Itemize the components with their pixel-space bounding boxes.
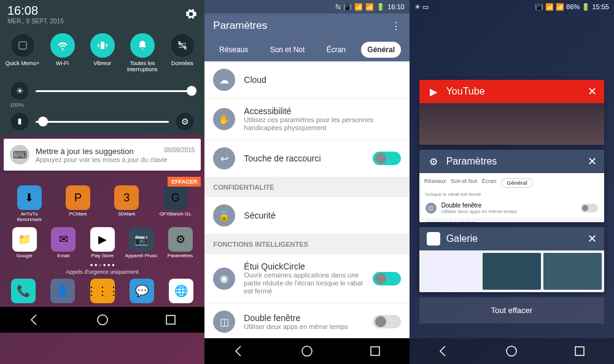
recent-card-gallery[interactable]: 🖼 Galerie ✕ bbox=[419, 227, 604, 292]
qs-data[interactable]: Données bbox=[164, 33, 201, 72]
app-gfxbench[interactable]: GGFXBench GL bbox=[158, 185, 193, 222]
section-smart: FONCTIONS INTELLIGENTES bbox=[204, 234, 409, 254]
item-quickcircle[interactable]: ◉ Étui QuickCircleOuvrir certaines appli… bbox=[204, 254, 409, 303]
settings-list[interactable]: ☁ Cloud ✋ AccessibilitéUtilisez ces para… bbox=[204, 61, 409, 341]
close-icon[interactable]: ✕ bbox=[588, 232, 597, 246]
overflow-menu-icon[interactable]: ⋮ bbox=[391, 20, 401, 32]
svg-point-3 bbox=[98, 315, 107, 325]
status-time: 15:55 bbox=[592, 3, 609, 10]
quick-settings-row: Quick Memo+ Wi-Fi Vibreur Toutes les int… bbox=[0, 28, 204, 77]
signal-icon: 📶 bbox=[556, 3, 564, 10]
notification-date: 08/09/2015 bbox=[164, 147, 195, 156]
status-bar: ℕ 📳 📶 📶 🔋 16:10 bbox=[204, 0, 409, 14]
settings-tabs: Réseaux Son et Not Écran Général bbox=[204, 38, 409, 61]
item-shortcut-key[interactable]: ↩ Touche de raccourci bbox=[204, 140, 409, 177]
tab-display[interactable]: Écran bbox=[321, 42, 352, 58]
dock-contacts[interactable]: 👤 bbox=[50, 279, 75, 303]
item-accessibility[interactable]: ✋ AccessibilitéUtilisez ces paramètres p… bbox=[204, 99, 409, 140]
item-security[interactable]: 🔒 Sécurité bbox=[204, 197, 409, 234]
dualwindow-toggle[interactable] bbox=[373, 315, 401, 328]
recent-button[interactable] bbox=[572, 344, 587, 358]
cloud-icon: ☁ bbox=[213, 69, 235, 91]
clear-all-button[interactable]: Tout effacer bbox=[419, 297, 604, 323]
svg-point-5 bbox=[302, 346, 312, 356]
vibrate-icon: 📳 bbox=[343, 3, 352, 11]
shortcut-toggle[interactable] bbox=[373, 152, 401, 165]
app-pcmark[interactable]: PPCMark bbox=[61, 185, 95, 222]
card-title: YouTube bbox=[446, 86, 485, 97]
quickcircle-icon: ◉ bbox=[213, 268, 235, 290]
keyboard-icon: ⌨ bbox=[10, 145, 29, 165]
settings-preview: Réseaux Son et Not Écran Général lorsque… bbox=[419, 173, 604, 222]
clear-notifications-button[interactable]: EFFACER bbox=[168, 177, 201, 187]
dock-apps[interactable]: ⋮⋮⋮ bbox=[90, 279, 115, 303]
svg-rect-6 bbox=[371, 347, 379, 355]
recent-button[interactable] bbox=[368, 344, 383, 358]
recent-card-settings[interactable]: ⚙ Paramètres ✕ Réseaux Son et Not Écran … bbox=[419, 150, 604, 222]
home-button[interactable] bbox=[95, 312, 110, 327]
app-email[interactable]: ✉Email bbox=[46, 227, 80, 258]
qs-interruptions[interactable]: Toutes les interruptions bbox=[124, 33, 161, 72]
app-google[interactable]: 📁Google bbox=[7, 227, 42, 258]
brightness-slider[interactable] bbox=[36, 90, 195, 92]
home-button[interactable] bbox=[300, 344, 314, 358]
screenshot-icon: ▭ bbox=[422, 3, 429, 10]
volume-settings-icon[interactable]: ⚙ bbox=[175, 112, 195, 131]
status-bar: 16:08 MER., 9 SEPT. 2015 bbox=[0, 0, 204, 28]
dock-messages[interactable]: 💬 bbox=[130, 279, 154, 303]
svg-point-7 bbox=[507, 346, 516, 356]
signal-icon: 📶 bbox=[365, 3, 374, 11]
volume-icon[interactable] bbox=[10, 112, 29, 131]
settings-header: Paramètres ⋮ bbox=[204, 14, 409, 38]
notification-title: Mettre à jour les suggestion bbox=[36, 147, 134, 156]
back-button[interactable] bbox=[231, 344, 246, 358]
svg-rect-1 bbox=[101, 42, 104, 49]
shortcut-icon: ↩ bbox=[213, 147, 235, 169]
close-icon[interactable]: ✕ bbox=[588, 85, 597, 98]
tab-general[interactable]: Général bbox=[361, 42, 401, 58]
wifi-icon: 📶 bbox=[545, 3, 554, 10]
close-icon[interactable]: ✕ bbox=[588, 155, 597, 168]
lock-icon: 🔒 bbox=[213, 204, 235, 227]
volume-slider[interactable] bbox=[36, 121, 169, 123]
app-camera[interactable]: 📷Appareil Photo bbox=[124, 227, 158, 258]
tab-sound[interactable]: Son et Not bbox=[264, 42, 311, 58]
apps-row-2: 📁Google ✉Email ▶Play Store 📷Appareil Pho… bbox=[0, 225, 204, 261]
brightness-icon[interactable]: ☀ bbox=[10, 81, 29, 101]
home-button[interactable] bbox=[504, 344, 519, 358]
wifi-icon: 📶 bbox=[354, 3, 363, 11]
qs-vibrate[interactable]: Vibreur bbox=[84, 33, 121, 72]
quickcircle-toggle[interactable] bbox=[373, 272, 401, 285]
dock: 📞 👤 ⋮⋮⋮ 💬 🌐 bbox=[0, 275, 204, 307]
recent-button[interactable] bbox=[163, 312, 178, 327]
settings-icon[interactable] bbox=[185, 8, 197, 20]
item-cloud[interactable]: ☁ Cloud bbox=[204, 61, 409, 99]
clock: 16:08 bbox=[7, 4, 64, 18]
settings-title: Paramètres bbox=[213, 20, 267, 32]
battery-icon: 🔋 bbox=[581, 3, 590, 10]
svg-rect-8 bbox=[575, 347, 584, 355]
app-settings[interactable]: ⚙Paramètres bbox=[163, 227, 198, 258]
app-playstore[interactable]: ▶Play Store bbox=[85, 227, 120, 258]
back-button[interactable] bbox=[27, 312, 42, 327]
qs-quickmemo[interactable]: Quick Memo+ bbox=[4, 33, 41, 72]
app-antutu[interactable]: ⬇AnTuTu Benchmark bbox=[12, 185, 47, 222]
status-bar: ☀ ▭ 📳 📶 📶 86% 🔋 15:55 bbox=[410, 0, 614, 14]
dock-chrome[interactable]: 🌐 bbox=[169, 279, 193, 303]
tab-networks[interactable]: Réseaux bbox=[213, 42, 254, 58]
brightness-status-icon: ☀ bbox=[414, 3, 421, 10]
item-dualwindow[interactable]: ◫ Double fenêtreUtiliser deux apps en mê… bbox=[204, 303, 409, 341]
nfc-icon: ℕ bbox=[335, 3, 341, 11]
recent-card-youtube[interactable]: ▶ YouTube ✕ bbox=[419, 80, 604, 145]
settings-screen: ℕ 📳 📶 📶 🔋 16:10 Paramètres ⋮ Réseaux Son… bbox=[204, 0, 409, 364]
back-button[interactable] bbox=[436, 344, 451, 358]
accessibility-icon: ✋ bbox=[213, 108, 235, 130]
section-privacy: CONFIDENTIALITÉ bbox=[204, 177, 409, 197]
dock-phone[interactable]: 📞 bbox=[11, 279, 36, 303]
qs-wifi[interactable]: Wi-Fi bbox=[44, 33, 81, 72]
app-3dmark[interactable]: 33DMark bbox=[109, 185, 144, 222]
date: MER., 9 SEPT. 2015 bbox=[7, 18, 64, 25]
gallery-icon: 🖼 bbox=[427, 232, 440, 246]
notification-card[interactable]: ⌨ Mettre à jour les suggestion08/09/2015… bbox=[4, 139, 201, 171]
notification-shade: 16:08 MER., 9 SEPT. 2015 Quick Memo+ Wi-… bbox=[0, 0, 204, 135]
